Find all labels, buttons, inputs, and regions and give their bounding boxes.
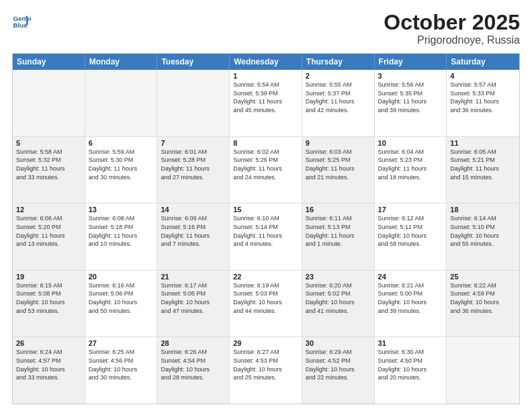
calendar-cell: 20Sunrise: 6:16 AM Sunset: 5:06 PM Dayli… [85, 271, 158, 337]
day-number: 27 [89, 339, 154, 347]
day-number: 1 [233, 72, 298, 80]
day-number: 13 [89, 205, 154, 214]
calendar-cell: 31Sunrise: 6:30 AM Sunset: 4:50 PM Dayli… [375, 337, 447, 404]
cell-info: Sunrise: 6:24 AM Sunset: 4:57 PM Dayligh… [16, 348, 81, 381]
calendar-cell: 8Sunrise: 6:02 AM Sunset: 5:26 PM Daylig… [230, 137, 302, 203]
weekday-header: Sunday [13, 54, 85, 70]
day-number: 7 [161, 139, 226, 147]
page: General Blue October 2025 Prigorodnoye, … [0, 0, 532, 411]
day-number: 31 [378, 339, 443, 347]
calendar-cell: 9Sunrise: 6:03 AM Sunset: 5:25 PM Daylig… [302, 137, 375, 203]
cell-info: Sunrise: 6:17 AM Sunset: 5:05 PM Dayligh… [161, 281, 226, 315]
cell-info: Sunrise: 6:20 AM Sunset: 5:02 PM Dayligh… [306, 281, 371, 315]
calendar-cell [157, 70, 230, 136]
calendar-cell: 26Sunrise: 6:24 AM Sunset: 4:57 PM Dayli… [13, 337, 85, 404]
day-number: 24 [378, 273, 443, 281]
calendar-cell: 17Sunrise: 6:12 AM Sunset: 5:11 PM Dayli… [375, 203, 447, 270]
cell-info: Sunrise: 6:27 AM Sunset: 4:53 PM Dayligh… [233, 348, 298, 381]
weekday-header: Wednesday [230, 54, 302, 70]
day-number: 11 [450, 139, 516, 147]
day-number: 3 [378, 72, 443, 80]
calendar-cell: 25Sunrise: 6:22 AM Sunset: 4:59 PM Dayli… [447, 271, 519, 337]
cell-info: Sunrise: 6:30 AM Sunset: 4:50 PM Dayligh… [378, 348, 443, 381]
cell-info: Sunrise: 5:54 AM Sunset: 5:39 PM Dayligh… [233, 81, 298, 114]
calendar-cell: 12Sunrise: 6:06 AM Sunset: 5:20 PM Dayli… [13, 203, 85, 270]
day-number: 21 [161, 273, 226, 281]
cell-info: Sunrise: 5:58 AM Sunset: 5:32 PM Dayligh… [16, 148, 81, 181]
day-number: 15 [233, 205, 298, 214]
weekday-header: Tuesday [157, 54, 230, 70]
calendar-cell: 1Sunrise: 5:54 AM Sunset: 5:39 PM Daylig… [230, 70, 302, 136]
cell-info: Sunrise: 6:09 AM Sunset: 5:16 PM Dayligh… [161, 214, 226, 248]
calendar-cell: 29Sunrise: 6:27 AM Sunset: 4:53 PM Dayli… [230, 337, 302, 404]
day-number: 26 [16, 339, 81, 347]
calendar-cell [13, 70, 85, 136]
calendar-cell: 4Sunrise: 5:57 AM Sunset: 5:33 PM Daylig… [447, 70, 519, 136]
calendar-cell: 2Sunrise: 5:55 AM Sunset: 5:37 PM Daylig… [302, 70, 375, 136]
calendar-cell: 19Sunrise: 6:15 AM Sunset: 5:08 PM Dayli… [13, 271, 85, 337]
day-number: 16 [306, 205, 371, 214]
month-title: October 2025 [384, 11, 520, 34]
svg-text:Blue: Blue [13, 21, 28, 29]
cell-info: Sunrise: 6:06 AM Sunset: 5:20 PM Dayligh… [16, 214, 81, 248]
cell-info: Sunrise: 6:14 AM Sunset: 5:10 PM Dayligh… [450, 214, 516, 248]
cell-info: Sunrise: 6:05 AM Sunset: 5:21 PM Dayligh… [450, 148, 516, 181]
cell-info: Sunrise: 6:11 AM Sunset: 5:13 PM Dayligh… [306, 214, 371, 248]
day-number: 5 [16, 139, 81, 147]
day-number: 30 [306, 339, 371, 347]
cell-info: Sunrise: 5:59 AM Sunset: 5:30 PM Dayligh… [89, 148, 154, 181]
cell-info: Sunrise: 6:04 AM Sunset: 5:23 PM Dayligh… [378, 148, 443, 181]
calendar-cell: 24Sunrise: 6:21 AM Sunset: 5:00 PM Dayli… [375, 271, 447, 337]
day-number: 10 [378, 139, 443, 147]
cell-info: Sunrise: 5:55 AM Sunset: 5:37 PM Dayligh… [306, 81, 371, 114]
cell-info: Sunrise: 6:10 AM Sunset: 5:14 PM Dayligh… [233, 214, 298, 248]
calendar-cell: 3Sunrise: 5:56 AM Sunset: 5:35 PM Daylig… [375, 70, 447, 136]
calendar-cell: 11Sunrise: 6:05 AM Sunset: 5:21 PM Dayli… [447, 137, 519, 203]
day-number: 9 [306, 139, 371, 147]
cell-info: Sunrise: 6:19 AM Sunset: 5:03 PM Dayligh… [233, 281, 298, 315]
header: General Blue October 2025 Prigorodnoye, … [12, 11, 520, 46]
day-number: 25 [450, 273, 516, 281]
calendar-cell: 27Sunrise: 6:25 AM Sunset: 4:56 PM Dayli… [85, 337, 158, 404]
cell-info: Sunrise: 6:25 AM Sunset: 4:56 PM Dayligh… [89, 348, 154, 381]
calendar-row: 5Sunrise: 5:58 AM Sunset: 5:32 PM Daylig… [13, 136, 519, 203]
cell-info: Sunrise: 6:26 AM Sunset: 4:54 PM Dayligh… [161, 348, 226, 381]
day-number: 2 [306, 72, 371, 80]
calendar-row: 19Sunrise: 6:15 AM Sunset: 5:08 PM Dayli… [13, 270, 519, 337]
cell-info: Sunrise: 6:12 AM Sunset: 5:11 PM Dayligh… [378, 214, 443, 248]
calendar-cell: 30Sunrise: 6:29 AM Sunset: 4:52 PM Dayli… [302, 337, 375, 404]
calendar-cell: 16Sunrise: 6:11 AM Sunset: 5:13 PM Dayli… [302, 203, 375, 270]
calendar-cell: 6Sunrise: 5:59 AM Sunset: 5:30 PM Daylig… [85, 137, 158, 203]
cell-info: Sunrise: 6:15 AM Sunset: 5:08 PM Dayligh… [16, 281, 81, 315]
cell-info: Sunrise: 6:21 AM Sunset: 5:00 PM Dayligh… [378, 281, 443, 315]
weekday-header: Monday [85, 54, 158, 70]
day-number: 19 [16, 273, 81, 281]
calendar-cell: 13Sunrise: 6:08 AM Sunset: 5:18 PM Dayli… [85, 203, 158, 270]
calendar-cell: 23Sunrise: 6:20 AM Sunset: 5:02 PM Dayli… [302, 271, 375, 337]
cell-info: Sunrise: 6:22 AM Sunset: 4:59 PM Dayligh… [450, 281, 516, 315]
calendar-header: SundayMondayTuesdayWednesdayThursdayFrid… [13, 54, 519, 70]
day-number: 12 [16, 205, 81, 214]
calendar-cell: 18Sunrise: 6:14 AM Sunset: 5:10 PM Dayli… [447, 203, 519, 270]
weekday-header: Saturday [447, 54, 519, 70]
day-number: 29 [233, 339, 298, 347]
calendar-cell [447, 337, 519, 404]
day-number: 14 [161, 205, 226, 214]
calendar-cell: 22Sunrise: 6:19 AM Sunset: 5:03 PM Dayli… [230, 271, 302, 337]
calendar-cell: 10Sunrise: 6:04 AM Sunset: 5:23 PM Dayli… [375, 137, 447, 203]
calendar-row: 1Sunrise: 5:54 AM Sunset: 5:39 PM Daylig… [13, 70, 519, 136]
calendar: SundayMondayTuesdayWednesdayThursdayFrid… [12, 53, 520, 404]
calendar-cell: 5Sunrise: 5:58 AM Sunset: 5:32 PM Daylig… [13, 137, 85, 203]
day-number: 8 [233, 139, 298, 147]
cell-info: Sunrise: 6:29 AM Sunset: 4:52 PM Dayligh… [306, 348, 371, 381]
title-block: October 2025 Prigorodnoye, Russia [384, 11, 520, 46]
cell-info: Sunrise: 6:08 AM Sunset: 5:18 PM Dayligh… [89, 214, 154, 248]
day-number: 20 [89, 273, 154, 281]
calendar-row: 12Sunrise: 6:06 AM Sunset: 5:20 PM Dayli… [13, 203, 519, 270]
logo-icon: General Blue [12, 11, 31, 30]
day-number: 17 [378, 205, 443, 214]
calendar-cell: 7Sunrise: 6:01 AM Sunset: 5:28 PM Daylig… [157, 137, 230, 203]
calendar-body: 1Sunrise: 5:54 AM Sunset: 5:39 PM Daylig… [13, 70, 519, 404]
day-number: 4 [450, 72, 516, 80]
calendar-row: 26Sunrise: 6:24 AM Sunset: 4:57 PM Dayli… [13, 336, 519, 404]
